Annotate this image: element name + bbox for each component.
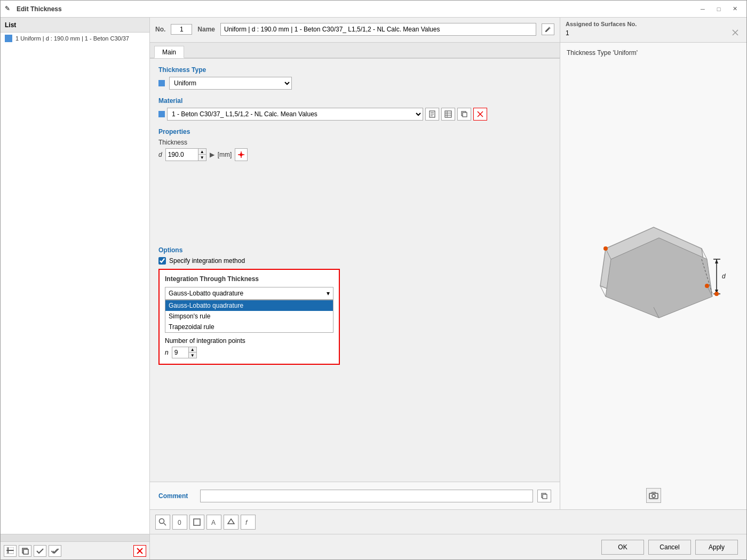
list-add-button[interactable] bbox=[4, 545, 17, 557]
int-n-input[interactable] bbox=[172, 348, 188, 357]
svg-rect-4 bbox=[23, 549, 28, 554]
bottom-toolbar: 0 A f bbox=[150, 509, 746, 534]
d-input[interactable] bbox=[166, 150, 198, 159]
d-assign-button[interactable] bbox=[235, 148, 248, 161]
svg-rect-13 bbox=[445, 111, 451, 117]
int-n-spinner-down[interactable]: ▼ bbox=[189, 353, 196, 358]
name-label: Name bbox=[197, 26, 215, 33]
d-arrow-icon: ▶ bbox=[210, 151, 214, 158]
d-unit: [mm] bbox=[218, 151, 232, 158]
specify-method-row: Specify integration method bbox=[158, 257, 551, 265]
d-label: d bbox=[158, 151, 162, 158]
preview-camera-area bbox=[567, 488, 740, 503]
tab-main[interactable]: Main bbox=[154, 46, 184, 58]
material-book-button[interactable] bbox=[425, 108, 439, 121]
integration-option-2[interactable]: Trapezoidal rule bbox=[165, 322, 333, 332]
svg-line-46 bbox=[164, 523, 166, 525]
material-delete-button[interactable] bbox=[473, 108, 487, 121]
maximize-button[interactable]: □ bbox=[711, 3, 726, 15]
material-table-button[interactable] bbox=[441, 108, 455, 121]
int-n-spinners: ▲ ▼ bbox=[188, 347, 196, 358]
preview-title: Thickness Type 'Uniform' bbox=[567, 49, 740, 57]
list-panel: List 1 Uniform | d : 190.0 mm | 1 - Beto… bbox=[1, 18, 150, 559]
ok-button[interactable]: OK bbox=[601, 540, 644, 555]
list-check2-button[interactable] bbox=[49, 545, 61, 557]
comment-copy-button[interactable] bbox=[537, 490, 551, 502]
integration-method-trigger[interactable]: Gauss-Lobatto quadrature ▾ bbox=[165, 287, 333, 300]
tabs-row: Main bbox=[150, 43, 560, 59]
list-item-icon bbox=[5, 35, 12, 42]
int-n-spinner-up[interactable]: ▲ bbox=[189, 347, 196, 353]
thickness-type-color-indicator bbox=[158, 80, 165, 86]
svg-text:0: 0 bbox=[178, 519, 181, 526]
list-header: List bbox=[1, 18, 149, 33]
properties-section: Properties Thickness d ▲ ▼ bbox=[158, 128, 551, 161]
d-input-wrap: ▲ ▼ bbox=[165, 148, 206, 161]
comment-input[interactable] bbox=[200, 490, 533, 502]
list-item[interactable]: 1 Uniform | d : 190.0 mm | 1 - Beton C30… bbox=[1, 33, 149, 44]
name-input[interactable] bbox=[220, 23, 536, 36]
preview-camera-button[interactable] bbox=[646, 488, 661, 503]
specify-method-checkbox[interactable] bbox=[158, 257, 166, 265]
integration-option-0[interactable]: Gauss-Lobatto quadrature bbox=[165, 300, 333, 311]
assigned-label: Assigned to Surfaces No. bbox=[566, 21, 741, 27]
right-panel: No. Name Assigned to Surfaces No. 1 bbox=[150, 18, 746, 559]
svg-text:f: f bbox=[245, 519, 248, 526]
search-button[interactable] bbox=[155, 515, 170, 530]
material-select[interactable]: 1 - Beton C30/37_ L1,5/1,2 - NL Calc. Me… bbox=[167, 108, 423, 121]
integration-method-value: Gauss-Lobatto quadrature bbox=[169, 290, 243, 297]
shape-container: d bbox=[567, 62, 740, 488]
svg-point-44 bbox=[652, 494, 655, 498]
list-check-button[interactable] bbox=[34, 545, 46, 557]
thickness-sub-label: Thickness bbox=[158, 139, 551, 146]
thickness-type-select[interactable]: Uniform bbox=[169, 77, 292, 90]
assigned-area: Assigned to Surfaces No. 1 bbox=[560, 18, 746, 42]
text-button[interactable]: A bbox=[206, 515, 221, 530]
int-n-row: n ▲ ▼ bbox=[165, 347, 333, 358]
integration-option-1[interactable]: Simpson's rule bbox=[165, 311, 333, 322]
d-spinner-up[interactable]: ▲ bbox=[198, 149, 206, 155]
name-area: No. Name bbox=[150, 18, 560, 41]
list-copy-button[interactable] bbox=[19, 545, 31, 557]
cancel-button[interactable]: Cancel bbox=[648, 540, 691, 555]
svg-marker-37 bbox=[715, 259, 718, 263]
integration-title: Integration Through Thickness bbox=[165, 275, 333, 283]
options-section: Options Specify integration method Integ… bbox=[158, 246, 551, 365]
integration-chevron-icon: ▾ bbox=[327, 290, 330, 297]
no-label: No. bbox=[155, 26, 165, 33]
shape-button[interactable] bbox=[224, 515, 239, 530]
no-input[interactable] bbox=[171, 24, 192, 35]
d-row: d ▲ ▼ ▶ [mm] bbox=[158, 148, 551, 161]
int-points-label: Number of integration points bbox=[165, 337, 333, 345]
apply-button[interactable]: Apply bbox=[695, 540, 738, 555]
svg-point-41 bbox=[705, 284, 709, 288]
svg-text:A: A bbox=[211, 519, 216, 526]
top-row: No. Name Assigned to Surfaces No. 1 bbox=[150, 18, 746, 43]
form-and-preview: Main Thickness Type Uniform bbox=[150, 43, 746, 509]
svg-rect-1 bbox=[6, 550, 14, 551]
list-scrollbar[interactable] bbox=[1, 534, 149, 541]
list-delete-button[interactable] bbox=[133, 545, 146, 557]
surface-button[interactable] bbox=[189, 515, 204, 530]
list-content: 1 Uniform | d : 190.0 mm | 1 - Beton C30… bbox=[1, 33, 149, 534]
assigned-clear-button[interactable] bbox=[729, 27, 741, 39]
zero-button[interactable]: 0 bbox=[172, 515, 187, 530]
material-label: Material bbox=[158, 97, 551, 105]
integration-popup: Integration Through Thickness Gauss-Loba… bbox=[158, 269, 340, 365]
name-edit-button[interactable] bbox=[542, 23, 554, 35]
title-bar: ✎ Edit Thickness ─ □ ✕ bbox=[1, 1, 746, 18]
specify-method-label: Specify integration method bbox=[169, 257, 245, 265]
list-item-text: 1 Uniform | d : 190.0 mm | 1 - Beton C30… bbox=[15, 35, 129, 42]
material-row: 1 - Beton C30/37_ L1,5/1,2 - NL Calc. Me… bbox=[158, 108, 551, 121]
d-spinner-down[interactable]: ▼ bbox=[198, 155, 206, 161]
material-section: Material 1 - Beton C30/37_ L1,5/1,2 - NL… bbox=[158, 97, 551, 121]
thickness-type-section: Thickness Type Uniform bbox=[158, 66, 551, 90]
close-button[interactable]: ✕ bbox=[727, 3, 742, 15]
function-button[interactable]: f bbox=[241, 515, 256, 530]
material-copy-button[interactable] bbox=[457, 108, 471, 121]
title-bar-buttons: ─ □ ✕ bbox=[695, 3, 742, 15]
svg-rect-25 bbox=[543, 494, 547, 499]
form-side: Main Thickness Type Uniform bbox=[150, 43, 560, 509]
minimize-button[interactable]: ─ bbox=[695, 3, 710, 15]
svg-text:d: d bbox=[722, 273, 726, 280]
